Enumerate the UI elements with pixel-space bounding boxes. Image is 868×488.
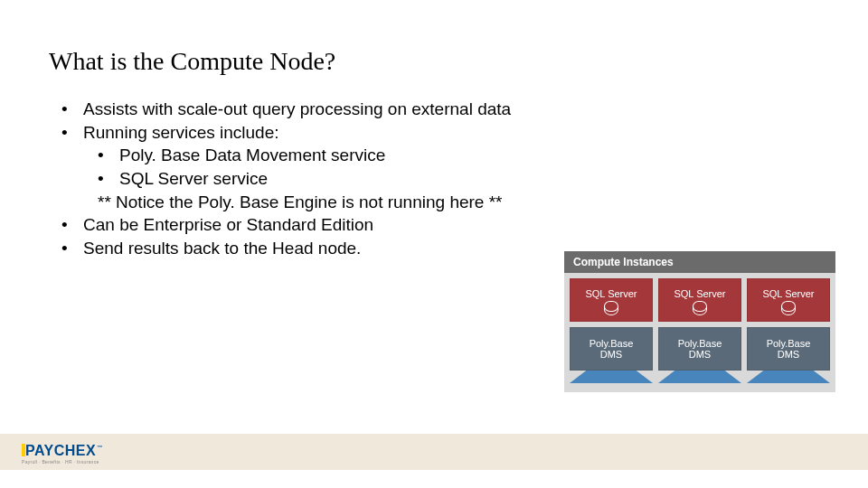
bullet-3: Can be Enterprise or Standard Edition: [61, 213, 511, 237]
connector-stub: [658, 371, 741, 383]
bullet-2: Running services include:: [61, 121, 511, 145]
bullet-2b-text: SQL Server service: [119, 169, 268, 188]
dms-label-line2: DMS: [600, 349, 622, 360]
connector-stub: [747, 371, 830, 383]
trademark-symbol: ™: [97, 445, 103, 450]
connector-stub: [570, 371, 653, 383]
diagram-header: Compute Instances: [564, 251, 835, 273]
paychex-logo: PAYCHEX ™ Payroll · Benefits · HR · Insu…: [22, 444, 103, 465]
slide-body: Assists with scale-out query processing …: [61, 98, 511, 259]
dms-label-line1: Poly.Base: [767, 338, 811, 349]
sql-server-label: SQL Server: [585, 288, 637, 299]
sql-server-label: SQL Server: [762, 288, 814, 299]
bullet-2-note: ** Notice the Poly. Base Engine is not r…: [61, 191, 511, 214]
sql-server-box: SQL Server: [570, 278, 653, 322]
database-icon: [781, 301, 796, 312]
slide-title: What is the Compute Node?: [49, 47, 335, 76]
bullet-1-text: Assists with scale-out query processing …: [83, 99, 511, 118]
polybase-dms-box: Poly.Base DMS: [570, 327, 653, 371]
bullet-4: Send results back to the Head node.: [61, 237, 511, 260]
sql-server-box: SQL Server: [658, 278, 741, 322]
logo-tagline: Payroll · Benefits · HR · Insurance: [22, 460, 103, 465]
polybase-dms-box: Poly.Base DMS: [658, 327, 741, 371]
polybase-dms-box: Poly.Base DMS: [747, 327, 830, 371]
footer-band: [0, 434, 868, 470]
bullet-2b: SQL Server service: [61, 167, 511, 191]
dms-label-line1: Poly.Base: [590, 338, 634, 349]
logo-text-pay: PAY: [25, 444, 54, 458]
diagram-row-dms: Poly.Base DMS Poly.Base DMS Poly.Base DM…: [570, 327, 830, 371]
diagram-body: SQL Server SQL Server SQL Server Poly.Ba…: [564, 273, 835, 392]
database-icon: [604, 301, 618, 312]
logo-text-chex: CHEX: [54, 444, 96, 458]
bullet-3-text: Can be Enterprise or Standard Edition: [83, 215, 373, 234]
database-icon: [693, 301, 707, 312]
bullet-4-text: Send results back to the Head node.: [83, 239, 361, 258]
logo-wordmark: PAYCHEX ™: [22, 444, 103, 458]
dms-label-line2: DMS: [689, 349, 711, 360]
dms-label-line1: Poly.Base: [678, 338, 722, 349]
diagram-connectors: [570, 371, 830, 383]
bullet-2-note-text: ** Notice the Poly. Base Engine is not r…: [98, 192, 502, 211]
bullet-2a: Poly. Base Data Movement service: [61, 144, 511, 167]
sql-server-box: SQL Server: [747, 278, 830, 322]
bullet-2a-text: Poly. Base Data Movement service: [119, 145, 385, 164]
compute-instances-diagram: Compute Instances SQL Server SQL Server …: [564, 251, 835, 392]
bullet-1: Assists with scale-out query processing …: [61, 98, 511, 121]
diagram-row-sql: SQL Server SQL Server SQL Server: [570, 278, 830, 322]
bullet-2-text: Running services include:: [83, 123, 279, 142]
sql-server-label: SQL Server: [674, 288, 725, 299]
dms-label-line2: DMS: [778, 349, 799, 360]
